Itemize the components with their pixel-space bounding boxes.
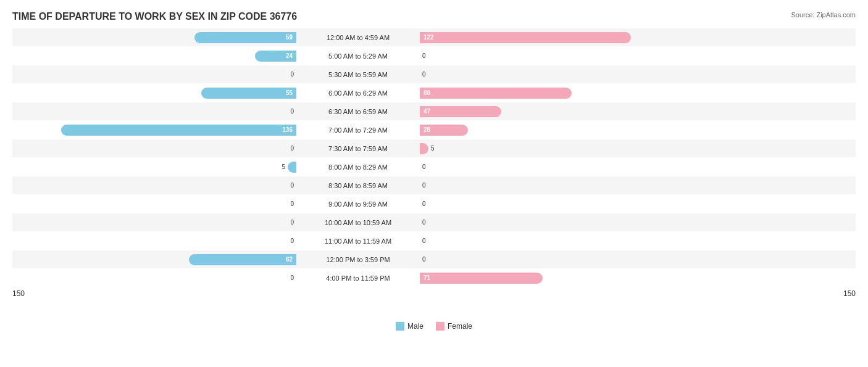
left-bar-area: 136 (12, 121, 296, 139)
time-label: 12:00 AM to 4:59 AM (296, 34, 420, 41)
time-label: 12:00 PM to 3:59 PM (296, 256, 420, 263)
axis-row: 150150 (12, 289, 856, 298)
legend: Male Female (12, 322, 856, 331)
table-row: 06:30 AM to 6:59 AM47 (12, 102, 856, 120)
left-bar-area: 59 (12, 28, 296, 46)
right-bar-area: 0 (420, 213, 704, 231)
female-bar-value: 71 (424, 274, 430, 281)
axis-left-value: 150 (12, 289, 25, 298)
right-bar-area: 28 (420, 121, 704, 139)
female-bar-value: 47 (424, 108, 430, 115)
male-zero-label: 0 (290, 237, 294, 244)
table-row: 6212:00 PM to 3:59 PM0 (12, 250, 856, 268)
right-bar-area: 0 (420, 47, 704, 65)
right-bar-area: 88 (420, 84, 704, 102)
bar-male: 24 (255, 51, 296, 62)
time-label: 8:00 AM to 8:29 AM (296, 163, 420, 171)
right-bar-area: 5 (420, 139, 704, 157)
chart-title: TIME OF DEPARTURE TO WORK BY SEX IN ZIP … (12, 11, 856, 22)
right-bar-area: 71 (420, 269, 704, 287)
legend-female-label: Female (448, 322, 472, 331)
time-label: 7:30 AM to 7:59 AM (296, 145, 420, 152)
time-label: 6:30 AM to 6:59 AM (296, 108, 420, 115)
bar-female: 71 (420, 273, 543, 284)
bar-male: 136 (61, 125, 296, 136)
table-row: 011:00 AM to 11:59 AM0 (12, 232, 856, 250)
time-label: 11:00 AM to 11:59 AM (296, 237, 420, 245)
table-row: 1367:00 AM to 7:29 AM28 (12, 121, 856, 139)
left-bar-area: 0 (12, 195, 296, 213)
male-bar-value: 136 (282, 126, 293, 133)
female-bar-value: 28 (424, 126, 430, 133)
female-zero-label: 0 (422, 219, 426, 226)
legend-female-box (436, 322, 444, 331)
table-row: 556:00 AM to 6:29 AM88 (12, 84, 856, 102)
legend-male-box (396, 322, 404, 331)
right-bar-area: 0 (420, 176, 704, 194)
time-label: 7:00 AM to 7:29 AM (296, 126, 420, 134)
right-bar-area: 122 (420, 28, 704, 46)
male-zero-label: 0 (290, 108, 294, 115)
female-bar-value: 5 (431, 145, 435, 152)
legend-male-label: Male (407, 322, 424, 331)
time-label: 9:00 AM to 9:59 AM (296, 200, 420, 208)
female-zero-label: 0 (422, 163, 426, 170)
time-label: 5:30 AM to 5:59 AM (296, 71, 420, 78)
male-zero-label: 0 (290, 71, 294, 78)
male-bar-value: 24 (286, 52, 293, 59)
female-zero-label: 0 (422, 71, 426, 78)
female-zero-label: 0 (422, 237, 426, 244)
bar-male: 55 (201, 88, 296, 99)
right-bar-area: 0 (420, 250, 704, 268)
female-zero-label: 0 (422, 182, 426, 189)
bar-female: 28 (420, 125, 468, 136)
left-bar-area: 0 (12, 139, 296, 157)
male-bar-value: 62 (286, 256, 293, 263)
left-bar-area: 0 (12, 102, 296, 120)
table-row: 245:00 AM to 5:29 AM0 (12, 47, 856, 65)
time-label: 10:00 AM to 10:59 AM (296, 219, 420, 226)
female-zero-label: 0 (422, 256, 426, 263)
table-row: 04:00 PM to 11:59 PM71 (12, 269, 856, 287)
bar-female (420, 143, 428, 154)
time-label: 5:00 AM to 5:29 AM (296, 52, 420, 60)
time-label: 6:00 AM to 6:29 AM (296, 89, 420, 97)
bar-female: 88 (420, 88, 572, 99)
left-bar-area: 24 (12, 47, 296, 65)
bar-male: 59 (194, 32, 296, 43)
time-label: 4:00 PM to 11:59 PM (296, 274, 420, 282)
left-bar-area: 0 (12, 269, 296, 287)
female-zero-label: 0 (422, 52, 426, 59)
right-bar-area: 0 (420, 158, 704, 176)
chart-container: TIME OF DEPARTURE TO WORK BY SEX IN ZIP … (0, 0, 868, 367)
bar-male (288, 162, 296, 173)
legend-male: Male (396, 322, 424, 331)
table-row: 58:00 AM to 8:29 AM0 (12, 158, 856, 176)
male-bar-value: 5 (282, 163, 285, 170)
right-bar-area: 0 (420, 232, 704, 250)
right-bar-area: 0 (420, 65, 704, 83)
bar-female: 47 (420, 106, 501, 117)
table-row: 5912:00 AM to 4:59 AM122 (12, 28, 856, 46)
chart-area: 5912:00 AM to 4:59 AM122245:00 AM to 5:2… (12, 28, 856, 320)
left-bar-area: 62 (12, 250, 296, 268)
male-bar-value: 59 (286, 34, 293, 41)
left-bar-area: 55 (12, 84, 296, 102)
left-bar-area: 5 (12, 158, 296, 176)
male-zero-label: 0 (290, 274, 294, 281)
female-bar-value: 122 (424, 34, 434, 41)
left-bar-area: 0 (12, 176, 296, 194)
female-zero-label: 0 (422, 200, 426, 207)
female-bar-value: 88 (424, 89, 430, 96)
bar-female: 122 (420, 32, 631, 43)
right-bar-area: 0 (420, 195, 704, 213)
right-bar-area: 47 (420, 102, 704, 120)
table-row: 08:30 AM to 8:59 AM0 (12, 176, 856, 194)
source-label: Source: ZipAtlas.com (791, 11, 856, 19)
axis-right-value: 150 (843, 289, 856, 298)
male-zero-label: 0 (290, 145, 294, 152)
legend-female: Female (436, 322, 472, 331)
table-row: 05:30 AM to 5:59 AM0 (12, 65, 856, 83)
table-row: 010:00 AM to 10:59 AM0 (12, 213, 856, 231)
male-zero-label: 0 (290, 182, 294, 189)
